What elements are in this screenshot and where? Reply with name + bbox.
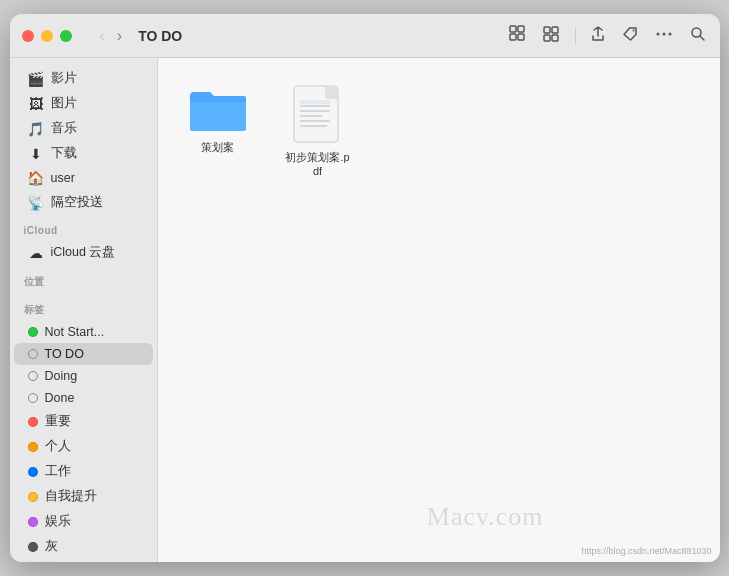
nav-buttons: ‹ ›: [96, 26, 127, 46]
sidebar-item-selfup[interactable]: 自我提升: [14, 484, 153, 509]
toolbar-right: [507, 23, 708, 48]
sidebar-label-movies: 影片: [51, 70, 77, 87]
user-icon: 🏠: [28, 170, 44, 186]
folder-icon: [188, 84, 248, 134]
svg-rect-3: [518, 34, 524, 40]
tag-dot-work: [28, 467, 38, 477]
tag-dot-important: [28, 417, 38, 427]
downloads-icon: ⬇: [28, 146, 44, 162]
back-button[interactable]: ‹: [96, 26, 109, 46]
svg-point-10: [662, 33, 665, 36]
svg-point-8: [632, 30, 634, 32]
minimize-button[interactable]: [41, 30, 53, 42]
tags-section-label: 标签: [10, 293, 157, 321]
view-list-icon[interactable]: [541, 23, 563, 48]
sidebar-label-downloads: 下载: [51, 145, 77, 162]
sidebar-item-personal[interactable]: 个人: [14, 434, 153, 459]
sidebar-item-photos[interactable]: 🖼 图片: [14, 91, 153, 116]
icloud-icon: ☁: [28, 245, 44, 261]
sidebar-item-music[interactable]: 🎵 音乐: [14, 116, 153, 141]
sidebar-label-personal: 个人: [45, 438, 71, 455]
svg-point-11: [668, 33, 671, 36]
close-button[interactable]: [22, 30, 34, 42]
sidebar-label-photos: 图片: [51, 95, 77, 112]
tag-dot-personal: [28, 442, 38, 452]
sidebar-item-user[interactable]: 🏠 user: [14, 166, 153, 190]
more-icon[interactable]: [652, 24, 676, 47]
file-item-pdf1[interactable]: 初步策划案.pdf: [278, 78, 358, 185]
sidebar-label-done: Done: [45, 391, 75, 405]
sidebar-label-music: 音乐: [51, 120, 77, 137]
tag-dot-todo: [28, 349, 38, 359]
sidebar-label-doing: Doing: [45, 369, 78, 383]
svg-rect-21: [300, 100, 330, 104]
svg-rect-2: [510, 34, 516, 40]
sidebar-item-airdrop[interactable]: 📡 隔空投送: [14, 190, 153, 215]
svg-rect-4: [544, 27, 550, 33]
sidebar-item-work[interactable]: 工作: [14, 459, 153, 484]
sidebar-item-notstart[interactable]: Not Start...: [14, 321, 153, 343]
sidebar-item-icloud-drive[interactable]: ☁ iCloud 云盘: [14, 240, 153, 265]
svg-rect-6: [544, 35, 550, 41]
tag-dot-done: [28, 393, 38, 403]
window-title: TO DO: [138, 28, 182, 44]
svg-rect-5: [552, 27, 558, 33]
sidebar-label-selfup: 自我提升: [45, 488, 97, 505]
sidebar-label-user: user: [51, 171, 75, 185]
tag-dot-selfup: [28, 492, 38, 502]
tag-dot-entertainment: [28, 517, 38, 527]
finder-window: ‹ › TO DO: [10, 14, 720, 562]
svg-rect-0: [510, 26, 516, 32]
forward-button[interactable]: ›: [113, 26, 126, 46]
sidebar-item-important[interactable]: 重要: [14, 409, 153, 434]
main-area: 🎬 影片 🖼 图片 🎵 音乐 ⬇ 下载 🏠 user 📡 隔空投送: [10, 58, 720, 562]
photos-icon: 🖼: [28, 96, 44, 112]
file-label-folder1: 策划案: [201, 140, 234, 154]
url-badge: https://blog.csdn.net/Mac881030: [581, 546, 711, 556]
svg-rect-7: [552, 35, 558, 41]
sidebar-item-movies[interactable]: 🎬 影片: [14, 66, 153, 91]
pdf-icon: [292, 84, 344, 144]
file-grid: 策划案: [178, 78, 700, 185]
view-grid-icon[interactable]: [507, 23, 529, 48]
watermark: Macv.com: [427, 502, 544, 532]
svg-rect-15: [326, 86, 338, 98]
sidebar-label-gray: 灰: [45, 538, 58, 555]
music-icon: 🎵: [28, 121, 44, 137]
svg-rect-1: [518, 26, 524, 32]
tag-icon[interactable]: [620, 24, 640, 47]
icloud-section-label: iCloud: [10, 215, 157, 240]
sidebar-label-important: 重要: [45, 413, 71, 430]
sidebar-label-entertainment: 娱乐: [45, 513, 71, 530]
tag-dot-notstart: [28, 327, 38, 337]
sidebar-label-airdrop: 隔空投送: [51, 194, 103, 211]
sidebar: 🎬 影片 🖼 图片 🎵 音乐 ⬇ 下载 🏠 user 📡 隔空投送: [10, 58, 158, 562]
airdrop-icon: 📡: [28, 195, 44, 211]
toolbar-divider: [575, 28, 576, 44]
sidebar-label-todo: TO DO: [45, 347, 84, 361]
sidebar-label-notstart: Not Start...: [45, 325, 105, 339]
sidebar-item-entertainment[interactable]: 娱乐: [14, 509, 153, 534]
sidebar-item-doing[interactable]: Doing: [14, 365, 153, 387]
titlebar: ‹ › TO DO: [10, 14, 720, 58]
traffic-lights: [22, 30, 72, 42]
svg-point-9: [656, 33, 659, 36]
tag-dot-gray: [28, 542, 38, 552]
svg-line-13: [700, 36, 704, 40]
file-item-folder1[interactable]: 策划案: [178, 78, 258, 160]
sidebar-item-downloads[interactable]: ⬇ 下载: [14, 141, 153, 166]
movies-icon: 🎬: [28, 71, 44, 87]
sidebar-item-done[interactable]: Done: [14, 387, 153, 409]
content-area: 策划案: [158, 58, 720, 562]
file-label-pdf1: 初步策划案.pdf: [284, 150, 352, 179]
share-icon[interactable]: [588, 24, 608, 47]
maximize-button[interactable]: [60, 30, 72, 42]
search-icon[interactable]: [688, 24, 708, 47]
tag-dot-doing: [28, 371, 38, 381]
sidebar-item-todo[interactable]: TO DO: [14, 343, 153, 365]
sidebar-label-work: 工作: [45, 463, 71, 480]
sidebar-item-gray[interactable]: 灰: [14, 534, 153, 559]
locations-section-label: 位置: [10, 265, 157, 293]
sidebar-label-icloud-drive: iCloud 云盘: [51, 244, 116, 261]
